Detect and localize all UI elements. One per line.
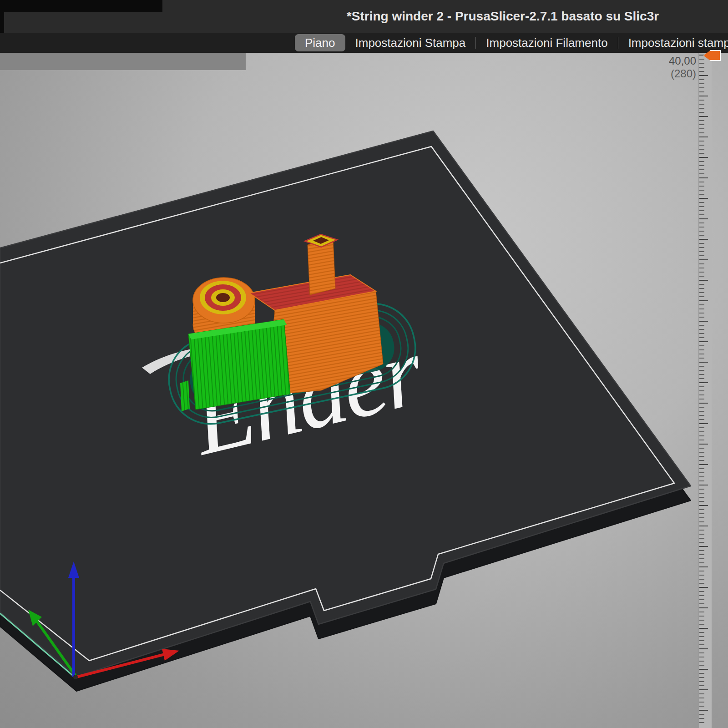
window-title: *String winder 2 - PrusaSlicer-2.7.1 bas… [291, 0, 714, 33]
tab-print-settings[interactable]: Impostazioni Stampa [345, 34, 476, 51]
tab-filament-settings[interactable]: Impostazioni Filamento [476, 34, 617, 51]
tab-printer-settings[interactable]: Impostazioni stampante [618, 34, 728, 51]
ruler-major-ticks [699, 55, 708, 726]
layer-number: (280) [651, 67, 696, 80]
axes-origin [73, 675, 78, 679]
tab-group: Piano Impostazioni Stampa Impostazioni F… [295, 34, 728, 51]
app-window: Ender [0, 0, 728, 728]
menubar-remnant [0, 0, 162, 12]
viewport-3d[interactable]: Ender [0, 53, 728, 728]
top-left-panel-bar [0, 53, 246, 70]
tab-plater[interactable]: Piano [295, 34, 345, 51]
model-tower [305, 234, 337, 295]
layer-slider-ruler[interactable] [698, 53, 712, 728]
scene-canvas[interactable]: Ender [0, 53, 728, 728]
layer-height-value: 40,00 [651, 55, 696, 67]
tab-bar: Piano Impostazioni Stampa Impostazioni F… [0, 33, 728, 53]
